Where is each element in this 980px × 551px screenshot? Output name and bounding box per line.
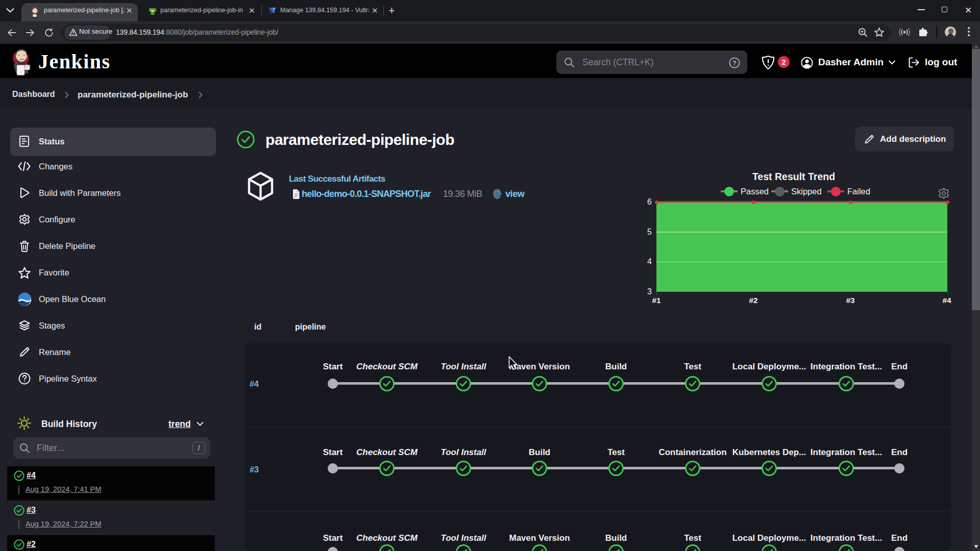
svg-text:?: ? bbox=[732, 59, 737, 67]
